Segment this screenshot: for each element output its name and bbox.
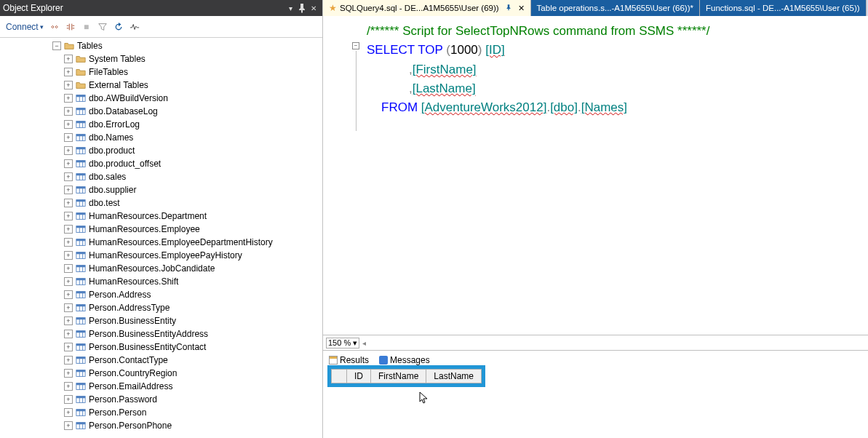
tree-node-table[interactable]: +Person.BusinessEntity: [0, 314, 322, 327]
tree-node-table[interactable]: +dbo.DatabaseLog: [0, 105, 322, 118]
tree-node-table[interactable]: +Person.PersonPhone: [0, 419, 322, 432]
close-icon[interactable]: ✕: [308, 2, 319, 14]
collapse-icon[interactable]: −: [52, 41, 61, 50]
tree-label: dbo.AWBuildVersion: [89, 93, 168, 103]
expand-icon[interactable]: +: [64, 199, 73, 207]
tree-label: dbo.supplier: [89, 185, 136, 195]
sql-identifier: [dbo]: [550, 100, 578, 114]
connect-button[interactable]: Connect ▾: [3, 20, 47, 33]
expand-icon[interactable]: +: [64, 303, 73, 312]
tree-node-table[interactable]: +Person.BusinessEntityAddress: [0, 327, 322, 341]
tab-sqlquery4[interactable]: ★ SQLQuery4.sql - DE...A1M5655\User (69)…: [323, 0, 531, 16]
expand-icon[interactable]: +: [64, 159, 73, 168]
row-selector-header[interactable]: [332, 370, 347, 383]
tree-node-table[interactable]: +Person.BusinessEntityContact: [0, 341, 322, 354]
tree-node-table[interactable]: +HumanResources.Shift: [0, 275, 322, 288]
expand-icon[interactable]: +: [64, 264, 73, 273]
expand-icon[interactable]: +: [64, 81, 73, 89]
pin-tab-icon[interactable]: [505, 4, 512, 12]
pin-icon[interactable]: [296, 2, 308, 14]
expand-icon[interactable]: +: [64, 277, 73, 286]
svg-rect-29: [76, 187, 85, 189]
tree-node-table[interactable]: +dbo.product_offset: [0, 157, 322, 170]
results-tab[interactable]: Results: [327, 355, 370, 365]
expand-icon[interactable]: +: [64, 186, 73, 194]
expand-icon[interactable]: +: [64, 316, 73, 325]
tree-node-table[interactable]: +Person.AddressType: [0, 301, 322, 314]
expand-icon[interactable]: +: [64, 382, 73, 391]
results-grid[interactable]: ID FirstName LastName: [331, 369, 482, 383]
expand-icon[interactable]: +: [64, 330, 73, 338]
close-tab-icon[interactable]: ✕: [518, 4, 525, 13]
expand-icon[interactable]: +: [64, 212, 73, 220]
tree-node-table[interactable]: +dbo.product: [0, 144, 322, 157]
svg-rect-69: [76, 318, 85, 320]
tree-node-table[interactable]: +Person.ContactType: [0, 354, 322, 367]
svg-rect-77: [76, 344, 85, 346]
tree-node-table[interactable]: +Person.Address: [0, 288, 322, 301]
table-icon: [76, 290, 86, 300]
tree-node-external-tables[interactable]: + External Tables: [0, 79, 322, 92]
folder-icon: [76, 67, 86, 77]
activity-icon[interactable]: [127, 19, 143, 35]
tree-node-table[interactable]: +dbo.supplier: [0, 183, 322, 196]
tree-label: HumanResources.Employee: [89, 224, 200, 234]
tree-label: Person.PersonPhone: [89, 421, 172, 431]
expand-icon[interactable]: +: [64, 107, 73, 116]
tab-functions[interactable]: Functions.sql - DE...-A1M5655\User (65)): [700, 0, 867, 16]
expand-icon[interactable]: +: [64, 133, 73, 142]
column-header-lastname[interactable]: LastName: [426, 370, 482, 383]
expand-icon[interactable]: +: [64, 146, 73, 155]
dropdown-icon: ▾: [353, 338, 357, 347]
tree-node-table[interactable]: +HumanResources.JobCandidate: [0, 262, 322, 275]
object-explorer-tree[interactable]: − Tables + System Tables + FileTables + …: [0, 38, 322, 438]
tree-node-table[interactable]: +HumanResources.EmployeePayHistory: [0, 249, 322, 262]
tab-tableoperations[interactable]: Table operations.s...-A1M5655\User (66))…: [531, 0, 700, 16]
column-header-id[interactable]: ID: [347, 370, 371, 383]
expand-icon[interactable]: +: [64, 238, 73, 247]
disconnect-all-icon[interactable]: [63, 19, 79, 35]
tree-node-table[interactable]: +dbo.sales: [0, 170, 322, 183]
expand-icon[interactable]: +: [64, 395, 73, 404]
tree-node-table[interactable]: +Person.EmailAddress: [0, 380, 322, 393]
stop-icon[interactable]: ■: [79, 19, 95, 35]
tree-node-table[interactable]: +HumanResources.Department: [0, 210, 322, 223]
code-fold-icon[interactable]: −: [352, 42, 359, 49]
panel-menu-icon[interactable]: ▾: [284, 2, 296, 14]
expand-icon[interactable]: +: [64, 55, 73, 63]
messages-tab[interactable]: Messages: [378, 355, 431, 365]
scroll-left-icon[interactable]: ◂: [362, 339, 366, 347]
disconnect-icon[interactable]: [47, 19, 63, 35]
expand-icon[interactable]: +: [64, 356, 73, 365]
svg-rect-1: [76, 95, 85, 97]
expand-icon[interactable]: +: [64, 120, 73, 129]
tree-node-table[interactable]: +Person.Person: [0, 406, 322, 419]
tree-node-system-tables[interactable]: + System Tables: [0, 52, 322, 65]
tree-node-table[interactable]: +HumanResources.EmployeeDepartmentHistor…: [0, 236, 322, 249]
tree-node-table[interactable]: +dbo.Names: [0, 131, 322, 144]
expand-icon[interactable]: +: [64, 421, 73, 430]
column-header-firstname[interactable]: FirstName: [371, 370, 426, 383]
expand-icon[interactable]: +: [64, 343, 73, 351]
expand-icon[interactable]: +: [64, 290, 73, 299]
expand-icon[interactable]: +: [64, 172, 73, 181]
tree-node-table[interactable]: +Person.CountryRegion: [0, 367, 322, 380]
sql-editor[interactable]: − /****** Script for SelectTopNRows comm…: [323, 16, 868, 335]
refresh-icon[interactable]: [111, 19, 127, 35]
expand-icon[interactable]: +: [64, 251, 73, 260]
expand-icon[interactable]: +: [64, 225, 73, 234]
tree-node-filetables[interactable]: + FileTables: [0, 65, 322, 79]
expand-icon[interactable]: +: [64, 94, 73, 103]
tree-node-tables[interactable]: − Tables: [0, 39, 322, 52]
tree-node-table[interactable]: +dbo.test: [0, 196, 322, 210]
filter-icon[interactable]: [95, 19, 111, 35]
expand-icon[interactable]: +: [64, 408, 73, 417]
expand-icon[interactable]: +: [64, 369, 73, 378]
tree-node-table[interactable]: +dbo.AWBuildVersion: [0, 92, 322, 105]
tree-node-table[interactable]: +dbo.ErrorLog: [0, 118, 322, 131]
svg-rect-89: [76, 383, 85, 386]
tree-node-table[interactable]: +HumanResources.Employee: [0, 223, 322, 236]
tree-node-table[interactable]: +Person.Password: [0, 393, 322, 406]
zoom-level-select[interactable]: 150 % ▾: [326, 338, 359, 349]
expand-icon[interactable]: +: [64, 68, 73, 76]
